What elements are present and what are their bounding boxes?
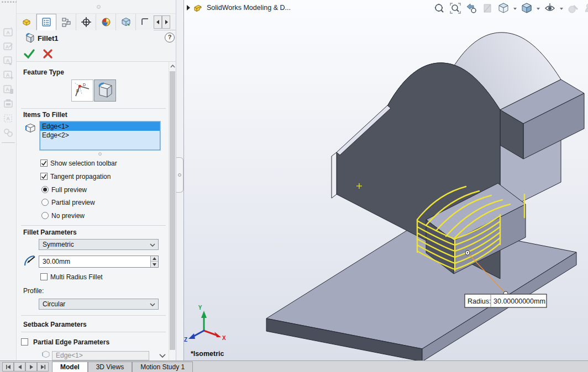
panel-scrollbar[interactable] bbox=[169, 62, 176, 360]
tab-scroll-right-button[interactable] bbox=[162, 15, 170, 29]
dropdown-arrow-icon[interactable] bbox=[513, 2, 517, 14]
tab-configuration-manager[interactable] bbox=[56, 14, 76, 30]
section-setback-parameters[interactable]: Setback Parameters bbox=[23, 321, 87, 328]
hide-show-items-button[interactable] bbox=[543, 2, 556, 15]
list-resize-grip[interactable] bbox=[98, 152, 102, 156]
fillet-feature-icon bbox=[23, 32, 35, 44]
tab-3d-views[interactable]: 3D Views bbox=[88, 362, 132, 372]
dropdown-arrow-icon[interactable] bbox=[559, 2, 564, 14]
svg-text:A: A bbox=[6, 116, 10, 121]
no-preview-radio[interactable] bbox=[41, 212, 49, 219]
body-left-sliver-face[interactable] bbox=[332, 152, 337, 198]
graphics-area[interactable]: Radius: 30.00000000mm Y X Z SolidWorks M… bbox=[183, 0, 588, 360]
note-icon[interactable]: A bbox=[3, 26, 14, 38]
tab-feature-manager[interactable] bbox=[17, 14, 36, 30]
dropdown-arrow-icon[interactable] bbox=[536, 2, 540, 14]
feature-header: Fillet1 ? bbox=[17, 30, 183, 46]
list-item[interactable]: Edge<1> bbox=[40, 122, 160, 131]
view-orientation-button[interactable] bbox=[497, 2, 510, 15]
partial-edge-checkbox[interactable] bbox=[21, 338, 28, 346]
tab-dimxpert-manager[interactable] bbox=[76, 14, 96, 30]
section-partial-edge-parameters[interactable]: Partial Edge Parameters bbox=[33, 338, 109, 346]
zoom-to-area-button[interactable] bbox=[449, 2, 462, 15]
next-tab-button[interactable] bbox=[25, 362, 37, 371]
annotation-add-icon[interactable]: A bbox=[3, 70, 14, 81]
tab-display-manager[interactable] bbox=[96, 14, 116, 30]
annotation-stack-icon[interactable]: A bbox=[3, 84, 14, 95]
blue-cube-icon bbox=[120, 17, 132, 28]
splitter-collapse-tab[interactable] bbox=[176, 157, 183, 193]
panel-grip[interactable] bbox=[97, 5, 101, 9]
chain-link-icon[interactable] bbox=[3, 127, 14, 138]
radius-spinner[interactable] bbox=[150, 256, 158, 267]
corner-icon bbox=[140, 17, 149, 28]
edit-appearance-button[interactable] bbox=[566, 2, 580, 15]
section-fillet-parameters[interactable]: Fillet Parameters bbox=[23, 228, 77, 236]
tab-cam-manager[interactable] bbox=[116, 14, 136, 30]
apply-scene-button[interactable] bbox=[582, 2, 588, 15]
separator bbox=[21, 108, 166, 109]
help-icon[interactable]: ? bbox=[165, 33, 175, 42]
chevron-down-icon[interactable] bbox=[159, 353, 166, 359]
tab-property-manager[interactable] bbox=[36, 14, 56, 30]
display-sphere-icon bbox=[101, 17, 112, 28]
annotation-edit-icon[interactable]: A bbox=[3, 41, 14, 52]
partial-preview-label: Partial preview bbox=[51, 199, 95, 206]
tab-hidden-partial[interactable] bbox=[136, 14, 154, 30]
panel-splitter[interactable] bbox=[176, 0, 183, 360]
section-feature-type[interactable]: Feature Type bbox=[23, 68, 64, 76]
axis-x-label: X bbox=[222, 335, 226, 341]
chevron-down-icon bbox=[150, 303, 155, 307]
list-item[interactable]: Edge<2> bbox=[40, 131, 160, 140]
part-icon bbox=[21, 17, 32, 28]
prev-tab-button[interactable] bbox=[14, 362, 25, 371]
annotation-machine-icon[interactable] bbox=[3, 98, 14, 109]
section-items-to-fillet[interactable]: Items To Fillet bbox=[23, 111, 67, 119]
partial-preview-radio[interactable] bbox=[41, 199, 49, 206]
symmetry-dropdown[interactable]: Symmetric bbox=[39, 239, 159, 250]
flyout-feature-tree[interactable]: SolidWorks Modeling & D... bbox=[186, 3, 291, 12]
section-view-button[interactable] bbox=[481, 2, 494, 15]
tab-scroll-left-button[interactable] bbox=[154, 15, 162, 29]
flyout-expand-icon[interactable] bbox=[186, 5, 191, 10]
configuration-tree-icon bbox=[61, 17, 72, 28]
tab-motion-study-1[interactable]: Motion Study 1 bbox=[132, 362, 193, 372]
zoom-to-fit-button[interactable] bbox=[433, 2, 446, 15]
scrollbar-thumb[interactable] bbox=[170, 71, 175, 350]
radius-value: 30.00mm bbox=[43, 258, 70, 265]
model-scene[interactable]: Radius: 30.00000000mm Y X Z bbox=[184, 0, 588, 360]
callout-value[interactable]: 30.00000000mm bbox=[494, 297, 545, 305]
filletxpert-button[interactable]: D D bbox=[71, 79, 93, 102]
panel-content: Feature Type D D bbox=[17, 62, 183, 360]
scroll-up-icon[interactable] bbox=[170, 64, 175, 68]
ok-button[interactable] bbox=[23, 48, 35, 60]
profile-dropdown[interactable]: Circular bbox=[39, 299, 159, 310]
toolbar-grip[interactable] bbox=[2, 1, 17, 3]
annotation-export-icon[interactable]: A bbox=[3, 55, 14, 66]
full-preview-radio[interactable] bbox=[41, 186, 49, 193]
show-selection-toolbar-checkbox[interactable] bbox=[40, 160, 48, 167]
tree-root-label[interactable]: SolidWorks Modeling & D... bbox=[207, 4, 291, 12]
svg-text:A: A bbox=[6, 58, 10, 63]
bottom-tab-bar: Model 3D Views Motion Study 1 bbox=[0, 360, 588, 372]
tangent-propagation-checkbox[interactable] bbox=[40, 173, 48, 180]
display-style-button[interactable] bbox=[520, 2, 533, 15]
multi-radius-checkbox[interactable] bbox=[40, 273, 48, 280]
show-selection-toolbar-label: Show selection toolbar bbox=[50, 160, 117, 167]
items-to-fillet-list[interactable]: Edge<1> Edge<2> bbox=[40, 121, 160, 150]
symmetry-value: Symmetric bbox=[43, 241, 74, 248]
separator bbox=[21, 315, 166, 316]
headsup-view-toolbar bbox=[433, 2, 588, 15]
radius-input[interactable]: 30.00mm bbox=[39, 256, 159, 268]
svg-text:A: A bbox=[6, 44, 9, 50]
previous-view-button[interactable] bbox=[465, 2, 478, 15]
annotation-pattern-icon[interactable]: A bbox=[3, 113, 14, 124]
first-tab-button[interactable] bbox=[2, 362, 14, 371]
cancel-button[interactable] bbox=[42, 48, 54, 60]
manual-fillet-button[interactable] bbox=[94, 79, 116, 102]
tab-model[interactable]: Model bbox=[52, 362, 88, 372]
last-tab-button[interactable] bbox=[37, 362, 49, 371]
svg-text:D: D bbox=[83, 83, 86, 87]
property-list-icon bbox=[41, 17, 52, 28]
fillet-cube-icon bbox=[95, 80, 116, 101]
